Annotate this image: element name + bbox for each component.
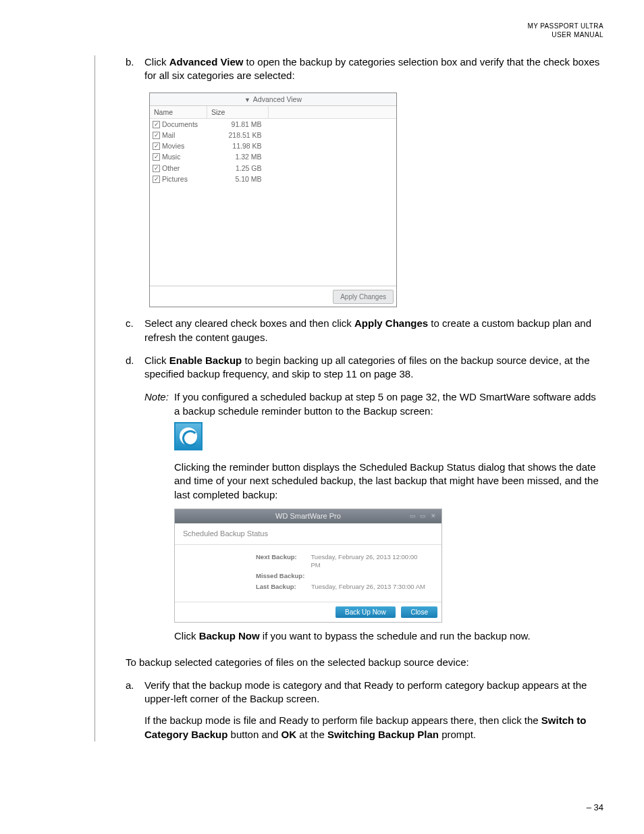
- window-buttons-icon[interactable]: ▭ ▭ ✕: [410, 512, 437, 520]
- a-p2-mid: button and: [227, 729, 281, 740]
- table-row: Documents91.81 MB: [150, 118, 396, 130]
- col-blank: [269, 106, 397, 119]
- advanced-view-label: Advanced View: [169, 56, 244, 68]
- switching-backup-plan-label: Switching Backup Plan: [327, 729, 439, 740]
- advanced-view-panel: ▼Advanced View Name Size Documents91.81 …: [149, 93, 397, 308]
- a-p2-post: prompt.: [439, 729, 476, 740]
- next-backup-value: Tuesday, February 26, 2013 12:00:00 PM: [311, 553, 428, 571]
- a-p2-mid2: at the: [296, 729, 327, 740]
- note-label: Note:: [144, 390, 169, 404]
- note-p3-pre: Click: [174, 630, 199, 642]
- note-block: Note: If you configured a scheduled back…: [144, 390, 603, 643]
- table-row: Pictures5.10 MB: [150, 174, 396, 184]
- blank-area: [150, 184, 396, 286]
- next-backup-label: Next Backup:: [256, 553, 311, 571]
- dialog-subtitle: Scheduled Backup Status: [175, 523, 441, 545]
- page-number: – 34: [587, 802, 603, 814]
- table-row: Other1.25 GB: [150, 163, 396, 174]
- advanced-view-footer: Apply Changes: [150, 286, 396, 307]
- next-backup-row: Next Backup: Tuesday, February 26, 2013 …: [256, 553, 428, 571]
- note-p1: If you configured a scheduled backup at …: [174, 390, 603, 418]
- header-line2: USER MANUAL: [41, 30, 603, 39]
- ok-label: OK: [281, 729, 297, 740]
- table-row: Movies11.98 KB: [150, 140, 396, 151]
- advanced-view-header: ▼Advanced View: [150, 93, 396, 106]
- col-size: Size: [207, 106, 269, 119]
- backup-now-label: Backup Now: [199, 630, 260, 642]
- scheduled-backup-status-dialog: WD SmartWare Pro ▭ ▭ ✕ Scheduled Backup …: [174, 509, 442, 623]
- last-backup-label: Last Backup:: [256, 583, 311, 592]
- step-a: a. Verify that the backup mode is catego…: [126, 679, 603, 741]
- header-line1: MY PASSPORT ULTRA: [41, 22, 603, 30]
- note-p3-post: if you want to bypass the schedule and r…: [260, 630, 531, 642]
- step-c-pre: Select any cleared check boxes and then …: [144, 317, 354, 329]
- clock-icon: [174, 422, 203, 450]
- note-p2: Clicking the reminder button displays th…: [174, 461, 603, 502]
- dialog-body: Next Backup: Tuesday, February 26, 2013 …: [175, 545, 441, 602]
- dialog-title: WD SmartWare Pro: [275, 512, 341, 520]
- dialog-button-bar: Back Up Now Close: [175, 602, 441, 623]
- col-name: Name: [150, 106, 207, 119]
- advanced-view-title: Advanced View: [253, 95, 302, 103]
- back-up-now-button[interactable]: Back Up Now: [336, 606, 396, 619]
- apply-changes-label: Apply Changes: [354, 317, 428, 329]
- caret-down-icon: ▼: [244, 97, 250, 103]
- missed-backup-label: Missed Backup:: [256, 572, 311, 581]
- step-d: d. Click Enable Backup to begin backing …: [126, 354, 603, 382]
- step-marker: d.: [126, 354, 134, 367]
- step-b-pre: Click: [144, 56, 169, 68]
- close-button[interactable]: Close: [401, 606, 437, 619]
- step-c: c. Select any cleared check boxes and th…: [126, 317, 603, 344]
- table-row: Mail218.51 KB: [150, 130, 396, 140]
- missed-backup-row: Missed Backup:: [256, 572, 428, 581]
- step-marker: b.: [126, 55, 134, 69]
- step-a-p2: If the backup mode is file and Ready to …: [144, 714, 603, 741]
- step-d-pre: Click: [144, 355, 169, 366]
- step-a-p1: Verify that the backup mode is category …: [144, 679, 603, 706]
- step-marker: c.: [126, 317, 134, 330]
- categories-table: Name Size Documents91.81 MB Mail218.51 K…: [150, 106, 396, 184]
- last-backup-value: Tuesday, February 26, 2013 7:30:00 AM: [311, 583, 425, 592]
- page-header: MY PASSPORT ULTRA USER MANUAL: [41, 22, 603, 39]
- note-p3: Click Backup Now if you want to bypass t…: [174, 629, 603, 643]
- apply-changes-button[interactable]: Apply Changes: [333, 290, 394, 305]
- enable-backup-label: Enable Backup: [169, 355, 242, 366]
- step-marker: a.: [126, 679, 134, 692]
- a-p2-pre: If the backup mode is file and Ready to …: [144, 714, 541, 726]
- last-backup-row: Last Backup: Tuesday, February 26, 2013 …: [256, 583, 428, 592]
- table-row: Music1.32 MB: [150, 151, 396, 162]
- step-b: b. Click Advanced View to open the backu…: [126, 55, 603, 83]
- dialog-titlebar: WD SmartWare Pro ▭ ▭ ✕: [175, 509, 441, 523]
- content-column: b. Click Advanced View to open the backu…: [95, 55, 603, 741]
- intro-line: To backup selected categories of files o…: [126, 656, 603, 669]
